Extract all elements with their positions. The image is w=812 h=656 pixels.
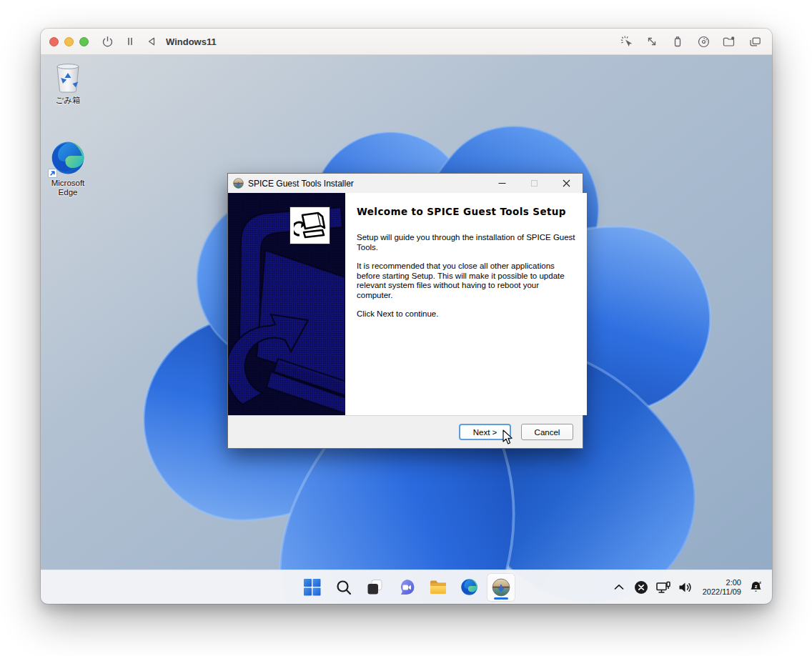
speaker-icon[interactable] — [678, 580, 693, 595]
spice-installer-icon[interactable] — [487, 574, 515, 601]
shared-folder-icon[interactable] — [721, 33, 737, 50]
network-display-icon[interactable] — [655, 580, 671, 595]
desktop-icon-label: ごみ箱 — [55, 96, 80, 105]
screenshot-stage: Windows11 — [0, 0, 812, 656]
desktop-icon-recycle-bin[interactable]: ごみ箱 — [41, 61, 95, 105]
installer-minimize-button[interactable] — [486, 174, 518, 193]
active-app-indicator — [494, 597, 508, 600]
desktop-icon-microsoft-edge[interactable]: MicrosoftEdge — [41, 139, 95, 197]
disc-drive-icon[interactable] — [695, 33, 711, 50]
start-icon[interactable] — [299, 574, 326, 601]
installer-window-controls — [486, 174, 583, 193]
spice-app-icon — [233, 178, 244, 189]
recycle-bin-icon — [51, 61, 84, 94]
file-explorer-icon[interactable] — [425, 574, 452, 601]
installer-maximize-button[interactable] — [518, 174, 550, 193]
installer-title: SPICE Guest Tools Installer — [248, 179, 354, 189]
installer-heading: Welcome to SPICE Guest Tools Setup — [357, 206, 575, 217]
edge-icon — [49, 139, 86, 177]
edge-icon[interactable] — [456, 574, 483, 601]
chat-icon[interactable] — [393, 574, 420, 601]
installer-titlebar[interactable]: SPICE Guest Tools Installer — [228, 174, 583, 193]
nsis-side-art — [228, 193, 345, 415]
clock-time: 2:00 — [703, 578, 741, 587]
chevron-up-icon[interactable] — [611, 580, 627, 595]
capture-cursor-icon[interactable] — [618, 33, 634, 50]
minimize-window-button[interactable] — [64, 37, 74, 46]
vm-window-title: Windows11 — [166, 36, 217, 47]
mac-titlebar: Windows11 — [41, 29, 772, 55]
taskbar-clock[interactable]: 2:00 2022/11/09 — [703, 578, 741, 597]
clock-date: 2022/11/09 — [703, 587, 741, 597]
installer-paragraph: Click Next to continue. — [357, 309, 575, 319]
installer-paragraph: Setup will guide you through the install… — [357, 233, 575, 252]
desktop-icon-label: MicrosoftEdge — [51, 179, 85, 197]
shortcut-arrow-badge — [48, 169, 57, 178]
next-button[interactable]: Next > — [459, 424, 511, 440]
vm-window: Windows11 — [41, 29, 772, 604]
task-view-icon[interactable] — [362, 574, 389, 601]
spice-installer-window: SPICE Guest Tools Installer — [227, 173, 583, 449]
back-icon[interactable] — [143, 33, 160, 50]
taskbar-center — [299, 574, 515, 601]
installer-content: Welcome to SPICE Guest Tools Setup Setup… — [345, 193, 587, 415]
displays-icon[interactable] — [747, 33, 763, 50]
system-tray: 2:00 2022/11/09 z z — [611, 570, 772, 604]
resize-icon[interactable] — [644, 33, 660, 50]
svg-text:z: z — [754, 583, 757, 590]
zoom-window-button[interactable] — [79, 37, 89, 46]
vm-display: ごみ箱 — [41, 55, 772, 604]
installer-paragraph: It is recommended that you close all oth… — [357, 262, 575, 300]
taskbar: 2:00 2022/11/09 z z — [41, 570, 772, 604]
installer-body: Welcome to SPICE Guest Tools Setup Setup… — [228, 193, 583, 415]
installer-footer: Next > Cancel — [228, 415, 583, 448]
close-window-button[interactable] — [49, 37, 59, 46]
traffic-lights — [49, 37, 89, 46]
installer-close-button[interactable] — [550, 174, 583, 193]
usb-icon[interactable] — [670, 33, 685, 50]
power-icon[interactable] — [99, 33, 116, 50]
vm-toolbar — [618, 33, 772, 50]
focus-assist-bell-icon[interactable]: z z — [748, 580, 763, 595]
cancel-button[interactable]: Cancel — [521, 424, 573, 440]
search-icon[interactable] — [330, 574, 357, 601]
pause-icon[interactable] — [122, 33, 139, 50]
nsis-install-icon — [289, 207, 330, 244]
close-circle-icon[interactable] — [633, 580, 649, 595]
svg-text:z: z — [759, 580, 761, 585]
